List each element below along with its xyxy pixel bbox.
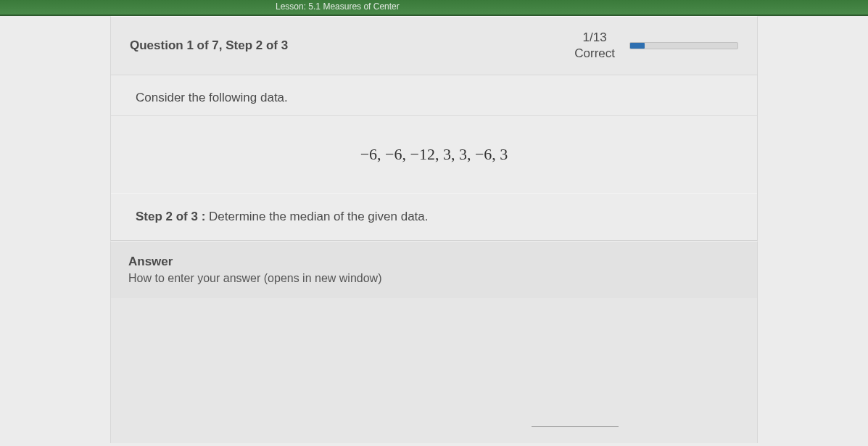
lesson-title: Lesson: 5.1 Measures of Center	[276, 1, 400, 12]
answer-help-link[interactable]: How to enter your answer (opens in new w…	[128, 272, 382, 284]
data-values: −6, −6, −12, 3, 3, −6, 3	[111, 116, 757, 193]
score-label: Correct	[574, 46, 615, 62]
score-fraction: 1/13	[574, 30, 615, 46]
step-label: Step 2 of 3 :	[136, 210, 205, 223]
answer-panel: Answer How to enter your answer (opens i…	[110, 241, 758, 298]
progress-fill	[630, 43, 645, 49]
main-content: Question 1 of 7, Step 2 of 3 1/13 Correc…	[0, 16, 868, 446]
question-content: Consider the following data. −6, −6, −12…	[110, 75, 758, 241]
prompt-text: Consider the following data.	[111, 75, 757, 116]
answer-input[interactable]	[532, 407, 619, 427]
answer-input-area	[110, 298, 758, 443]
question-header: Question 1 of 7, Step 2 of 3 1/13 Correc…	[110, 16, 758, 75]
progress-bar	[629, 42, 738, 49]
step-text: Determine the median of the given data.	[205, 210, 428, 223]
score-box: 1/13 Correct	[574, 30, 615, 62]
question-title: Question 1 of 7, Step 2 of 3	[130, 38, 574, 53]
step-instruction: Step 2 of 3 : Determine the median of th…	[111, 193, 757, 240]
answer-heading: Answer	[128, 255, 738, 269]
lesson-breadcrumb-bar: Lesson: 5.1 Measures of Center	[0, 0, 868, 16]
